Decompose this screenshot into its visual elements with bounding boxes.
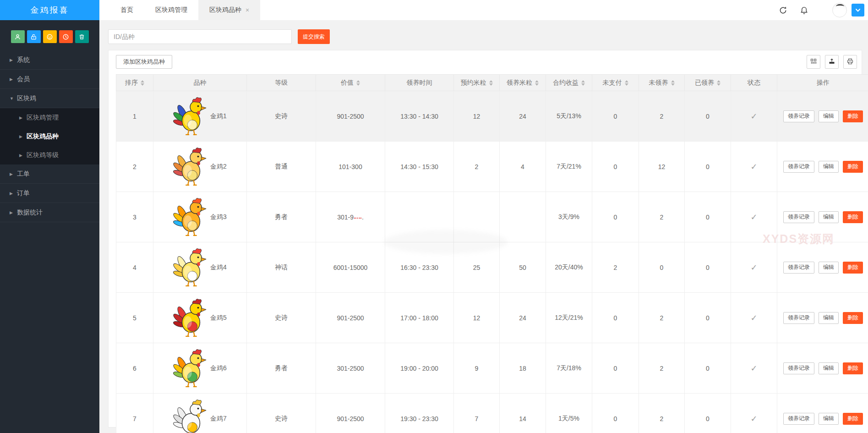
print-icon-button[interactable] bbox=[843, 55, 857, 69]
submit-search-button[interactable]: 提交搜索 bbox=[298, 29, 330, 44]
cell-contract-profit: 7天/18% bbox=[546, 343, 592, 394]
edit-button[interactable]: 编辑 bbox=[819, 110, 839, 122]
delete-button[interactable]: 删除 bbox=[843, 312, 863, 324]
coin-icon bbox=[46, 33, 53, 40]
column-header-未支付[interactable]: 未支付 bbox=[592, 75, 639, 91]
adopt-records-button[interactable]: 领养记录 bbox=[783, 362, 814, 374]
user-avatar[interactable] bbox=[832, 3, 847, 17]
column-header-未领养[interactable]: 未领养 bbox=[639, 75, 685, 91]
adopt-records-button[interactable]: 领养记录 bbox=[783, 312, 814, 324]
sort-icon[interactable] bbox=[625, 80, 628, 86]
sidebar-item-会员[interactable]: ▶会员 bbox=[0, 70, 99, 89]
delete-button[interactable]: 删除 bbox=[843, 161, 863, 173]
export-icon-button[interactable] bbox=[825, 55, 839, 69]
cell-adopt-grains: 4 bbox=[500, 142, 546, 192]
delete-button[interactable]: 删除 bbox=[843, 110, 863, 122]
delete-button[interactable]: 删除 bbox=[843, 413, 863, 425]
delete-button[interactable]: 删除 bbox=[843, 211, 863, 223]
cell-contract-profit: 7天/21% bbox=[546, 142, 592, 192]
trash-icon bbox=[78, 33, 85, 40]
column-header-已领养[interactable]: 已领养 bbox=[685, 75, 731, 91]
quick-user-icon-button[interactable] bbox=[11, 30, 25, 43]
sort-icon[interactable] bbox=[535, 80, 539, 86]
cell-breed: 金鸡1 bbox=[153, 95, 246, 138]
cell-adopted: 0 bbox=[685, 394, 731, 433]
edit-button[interactable]: 编辑 bbox=[819, 413, 839, 425]
quick-trash-icon-button[interactable] bbox=[75, 30, 89, 43]
sort-icon[interactable] bbox=[141, 80, 144, 86]
delete-button[interactable]: 删除 bbox=[843, 262, 863, 274]
row-actions: 领养记录编辑删除 bbox=[777, 211, 868, 223]
cell-adopt-grains: 50 bbox=[500, 242, 546, 293]
quick-coin-icon-button[interactable] bbox=[43, 30, 57, 43]
cell-level: 史诗 bbox=[247, 91, 316, 142]
column-header-排序[interactable]: 排序 bbox=[116, 75, 153, 91]
cell-value: 901-2500 bbox=[337, 415, 364, 422]
add-breed-button[interactable]: 添加区块鸡品种 bbox=[116, 55, 172, 69]
column-header-价值[interactable]: 价值 bbox=[316, 75, 385, 91]
column-header-合约收益[interactable]: 合约收益 bbox=[546, 75, 592, 91]
sort-icon[interactable] bbox=[717, 80, 721, 86]
edit-button[interactable]: 编辑 bbox=[819, 161, 839, 173]
column-header-操作: 操作 bbox=[777, 75, 868, 91]
sort-icon[interactable] bbox=[489, 80, 493, 86]
cell-breed: 金鸡3 bbox=[153, 196, 246, 239]
adopt-records-button[interactable]: 领养记录 bbox=[783, 161, 814, 173]
tab-close-icon[interactable]: × bbox=[246, 7, 249, 13]
quick-lock-icon-button[interactable] bbox=[27, 30, 41, 43]
adopt-records-button[interactable]: 领养记录 bbox=[783, 110, 814, 122]
edit-button[interactable]: 编辑 bbox=[819, 362, 839, 374]
columns-icon-button[interactable] bbox=[807, 55, 820, 69]
sidebar-item-工单[interactable]: ▶工单 bbox=[0, 164, 99, 184]
sidebar-item-数据统计[interactable]: ▶数据统计 bbox=[0, 203, 99, 222]
cell-adopt-time: 13:30 - 14:30 bbox=[385, 91, 454, 142]
chicken-image bbox=[173, 95, 208, 138]
cell-unpaid: 0 bbox=[592, 192, 639, 242]
cell-adopt-grains: 24 bbox=[500, 91, 546, 142]
notifications-bell-icon[interactable] bbox=[797, 3, 811, 17]
cell-unpaid: 0 bbox=[592, 343, 639, 394]
topbar-icons bbox=[775, 3, 868, 17]
cell-level: 勇者 bbox=[247, 343, 316, 394]
adopt-records-button[interactable]: 领养记录 bbox=[783, 211, 814, 223]
search-input[interactable] bbox=[108, 29, 292, 44]
lock-icon bbox=[30, 33, 37, 40]
user-dropdown-button[interactable] bbox=[852, 4, 864, 16]
table-row: 6金鸡6勇者301-250019:00 - 20:009187天/18%020✓… bbox=[116, 343, 868, 394]
tab-区块鸡品种[interactable]: 区块鸡品种× bbox=[198, 0, 260, 20]
tab-label: 首页 bbox=[120, 6, 133, 14]
quick-clock-icon-button[interactable] bbox=[59, 30, 73, 43]
cell-value: 901-2500 bbox=[316, 91, 385, 142]
column-header-领养米粒[interactable]: 领养米粒 bbox=[500, 75, 546, 91]
cell-value: 6001-15000 bbox=[316, 242, 385, 293]
sort-icon[interactable] bbox=[581, 80, 585, 86]
sidebar-subitem-区块鸡等级[interactable]: ▶区块鸡等级 bbox=[0, 146, 99, 164]
cell-unadopted: 2 bbox=[639, 343, 685, 394]
adopt-records-button[interactable]: 领养记录 bbox=[783, 413, 814, 425]
sort-icon[interactable] bbox=[671, 80, 675, 86]
cell-reserve-grains: 12 bbox=[454, 293, 500, 343]
chevron-right-icon: ▶ bbox=[19, 115, 27, 120]
cell-unadopted: 2 bbox=[639, 91, 685, 142]
edit-button[interactable]: 编辑 bbox=[819, 211, 839, 223]
adopt-records-button[interactable]: 领养记录 bbox=[783, 262, 814, 274]
cell-contract-profit: 20天/40% bbox=[546, 242, 592, 293]
edit-button[interactable]: 编辑 bbox=[819, 312, 839, 324]
tab-label: 区块鸡管理 bbox=[155, 6, 187, 14]
edit-button[interactable]: 编辑 bbox=[819, 262, 839, 274]
refresh-icon[interactable] bbox=[775, 3, 790, 17]
delete-button[interactable]: 删除 bbox=[843, 362, 863, 374]
tab-区块鸡管理[interactable]: 区块鸡管理 bbox=[144, 0, 198, 20]
column-header-预约米粒[interactable]: 预约米粒 bbox=[454, 75, 500, 91]
cell-value: 901-2500 bbox=[337, 314, 364, 322]
chevron-right-icon: ▶ bbox=[19, 134, 27, 139]
tab-首页[interactable]: 首页 bbox=[109, 0, 144, 20]
sidebar-item-系统[interactable]: ▶系统 bbox=[0, 50, 99, 70]
sidebar-item-区块鸡[interactable]: ▼区块鸡 bbox=[0, 89, 99, 108]
sidebar-subitem-区块鸡品种[interactable]: ▶区块鸡品种 bbox=[0, 127, 99, 146]
sidebar-subitem-区块鸡管理[interactable]: ▶区块鸡管理 bbox=[0, 108, 99, 127]
sidebar-item-订单[interactable]: ▶订单 bbox=[0, 184, 99, 203]
sort-icon[interactable] bbox=[356, 80, 360, 86]
column-label: 等级 bbox=[275, 79, 288, 87]
row-actions: 领养记录编辑删除 bbox=[777, 161, 868, 173]
